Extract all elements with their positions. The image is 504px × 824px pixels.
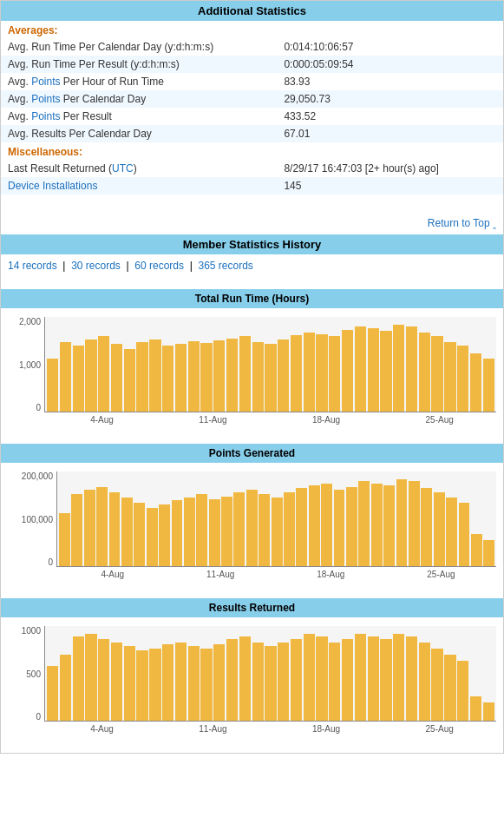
points-generated-chart: Points Generated 200,000 100,000 0 4-Aug… — [1, 444, 503, 584]
stats-table: Avg. Run Time Per Calendar Day (y:d:h:m:… — [1, 38, 503, 142]
bar — [483, 540, 494, 566]
bar — [304, 634, 315, 721]
bar — [409, 481, 420, 566]
bar — [380, 331, 391, 412]
points-link-1[interactable]: Points — [31, 76, 60, 88]
row-label: Avg. Results Per Calendar Day — [1, 125, 277, 142]
bar — [111, 344, 122, 412]
row-label: Avg. Points Per Calendar Day — [1, 90, 277, 108]
bar — [136, 342, 147, 412]
bar — [252, 643, 264, 721]
bar — [200, 343, 212, 412]
bar — [291, 335, 302, 412]
bar — [342, 330, 353, 412]
bar — [368, 636, 379, 721]
bar — [226, 639, 238, 721]
misc-label: Miscellaneous: — [1, 142, 503, 160]
row-value: 0:014:10:06:57 — [277, 38, 503, 56]
bar — [209, 499, 220, 566]
bar — [406, 636, 417, 721]
bar — [471, 534, 482, 566]
row-value: 8/29/17 16:47:03 [2+ hour(s) ago] — [277, 160, 503, 177]
bar — [85, 339, 96, 412]
table-row: Device Installations 145 — [1, 177, 503, 194]
bar — [296, 488, 307, 566]
bar — [175, 344, 187, 412]
x-axis-3: 4-Aug 11-Aug 18-Aug 25-Aug — [48, 722, 496, 734]
row-label: Avg. Run Time Per Result (y:d:h:m:s) — [1, 56, 277, 73]
bar — [321, 484, 332, 566]
bar — [200, 649, 212, 721]
14-records-link[interactable]: 14 records — [8, 260, 57, 272]
bar — [98, 639, 109, 721]
table-row: Avg. Points Per Calendar Day 29,050.73 — [1, 90, 503, 108]
bar — [396, 479, 408, 566]
bar — [60, 342, 71, 412]
return-to-top-link[interactable]: Return to Top ‸ — [428, 217, 496, 229]
table-row: Avg. Run Time Per Result (y:d:h:m:s) 0:0… — [1, 56, 503, 73]
60-records-link[interactable]: 60 records — [134, 260, 184, 272]
chart-area-2 — [56, 471, 496, 567]
bar — [431, 336, 442, 412]
bar — [329, 336, 340, 412]
bar — [358, 481, 370, 566]
bar — [483, 702, 494, 721]
bar — [355, 326, 366, 412]
bar — [291, 639, 302, 721]
chart-area-1 — [44, 317, 496, 412]
row-value: 145 — [277, 177, 503, 194]
table-row: Avg. Results Per Calendar Day 67.01 — [1, 125, 503, 142]
bar — [393, 634, 404, 721]
bar — [226, 339, 238, 412]
bar — [84, 490, 95, 566]
bar — [316, 636, 327, 721]
bar — [111, 643, 122, 721]
bar — [278, 643, 289, 721]
additional-stats-header: Additional Statistics — [1, 1, 503, 21]
bar-container-2 — [56, 471, 496, 567]
bar — [342, 639, 353, 721]
table-row: Avg. Points Per Hour of Run Time 83.93 — [1, 73, 503, 90]
chart-title-2: Points Generated — [1, 444, 503, 463]
bar — [184, 498, 195, 566]
points-link-3[interactable]: Points — [31, 110, 60, 122]
bar — [96, 487, 108, 566]
table-row: Avg. Points Per Result 433.52 — [1, 108, 503, 125]
bar — [73, 636, 84, 721]
row-value: 433.52 — [277, 108, 503, 125]
points-link-2[interactable]: Points — [31, 93, 60, 105]
bar — [470, 353, 481, 412]
bar — [221, 497, 232, 566]
bar — [213, 340, 225, 412]
bar — [175, 643, 187, 721]
bar — [483, 359, 494, 412]
device-installations-link[interactable]: Device Installations — [8, 180, 97, 192]
return-to-top[interactable]: Return to Top ‸ — [1, 212, 503, 234]
utc-link[interactable]: UTC — [112, 162, 134, 175]
chart-title-3: Results Returned — [1, 598, 503, 617]
y-axis-2: 200,000 100,000 0 — [8, 471, 56, 567]
365-records-link[interactable]: 365 records — [198, 260, 252, 272]
bar — [98, 336, 109, 412]
bar — [431, 649, 442, 721]
row-value: 0:000:05:09:54 — [277, 56, 503, 73]
bar — [188, 341, 200, 412]
bar — [149, 339, 160, 412]
bar — [134, 503, 145, 566]
30-records-link[interactable]: 30 records — [71, 260, 121, 272]
bar — [304, 333, 315, 412]
chart-title-1: Total Run Time (Hours) — [1, 289, 503, 308]
row-value: 29,050.73 — [277, 90, 503, 108]
row-label: Avg. Run Time Per Calendar Day (y:d:h:m:… — [1, 38, 277, 56]
bar — [239, 636, 251, 721]
bar — [316, 334, 327, 412]
bar-container-1 — [44, 317, 496, 412]
bar — [346, 487, 357, 566]
bar — [329, 643, 340, 721]
bar — [233, 492, 245, 566]
bar — [419, 333, 430, 412]
bar — [59, 513, 70, 566]
bar — [265, 344, 276, 412]
bar — [109, 492, 121, 566]
bar — [278, 339, 289, 412]
